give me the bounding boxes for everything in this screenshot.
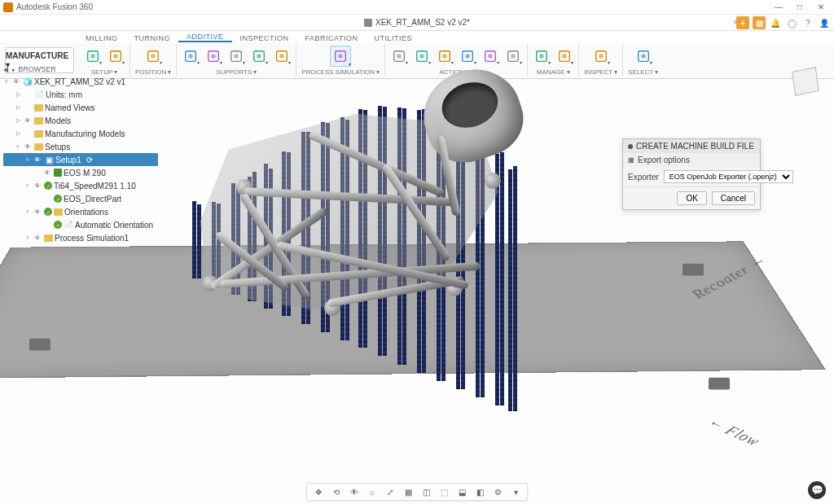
tree-node[interactable]: ▿👁✓Ti64_SpeedM291 1.10: [3, 179, 158, 192]
close-button[interactable]: ✕: [811, 2, 831, 13]
ribbon-button[interactable]: ▾: [436, 47, 454, 65]
browser-collapse-icon[interactable]: ◀: [3, 66, 8, 73]
tree-node[interactable]: ▿👁✓Orientations: [3, 205, 158, 218]
data-panel-button[interactable]: ▦: [753, 16, 766, 29]
nav-tool-button[interactable]: ⤢: [384, 485, 397, 498]
comments-button[interactable]: 💬: [808, 481, 826, 499]
node-label: Process Simulation1: [55, 234, 129, 243]
ribbon-button[interactable]: ▾: [390, 47, 408, 65]
nav-tool-button[interactable]: ⬓: [455, 485, 468, 498]
ribbon-button[interactable]: ▾: [634, 47, 652, 65]
nav-tool-button[interactable]: ◧: [473, 485, 486, 498]
workspace-tab-additive[interactable]: ADDITIVE: [178, 33, 232, 42]
ribbon-button[interactable]: ▾: [504, 47, 522, 65]
visibility-icon[interactable]: 👁: [23, 142, 33, 151]
ribbon-button[interactable]: ▾: [330, 46, 351, 67]
folder-icon: [34, 117, 43, 125]
ribbon-button[interactable]: ▾: [204, 47, 222, 65]
folder-icon: [34, 104, 43, 112]
app-logo-icon: [3, 2, 13, 12]
tree-node[interactable]: ▿👁▣Setup1⟳: [3, 153, 158, 166]
ribbon-group: ▾POSITION ▾: [130, 44, 177, 77]
minimize-button[interactable]: —: [769, 2, 788, 13]
visibility-icon[interactable]: 👁: [42, 168, 52, 177]
ribbon-button[interactable]: ▾: [555, 47, 573, 65]
help-icon[interactable]: ?: [801, 16, 814, 29]
user-account-icon[interactable]: 👤: [818, 16, 831, 29]
browser-root[interactable]: ▿ 👁 🧊 XEK_RT_AMM_S2 v2 v1: [3, 75, 158, 88]
tree-node[interactable]: ▿👁Setups: [3, 140, 158, 153]
visibility-icon[interactable]: 👁: [33, 233, 42, 243]
visibility-icon[interactable]: 👁: [33, 155, 42, 164]
am-part[interactable]: [187, 81, 513, 309]
nav-tool-button[interactable]: ◫: [419, 485, 432, 498]
tree-node[interactable]: ▿👁Process Simulation1: [3, 231, 158, 244]
svg-point-27: [489, 54, 493, 58]
node-label: Named Views: [45, 103, 95, 112]
new-tab-button[interactable]: +: [736, 16, 749, 29]
node-label: Automatic Orientation: [75, 221, 153, 230]
ribbon-button[interactable]: ▾: [413, 47, 431, 65]
ribbon-group: ▾SELECT ▾: [623, 44, 663, 77]
ribbon-group-label: SUPPORTS ▾: [216, 68, 257, 77]
ribbon-button[interactable]: ▾: [227, 47, 245, 65]
ribbon-button[interactable]: ▾: [273, 47, 291, 65]
visibility-icon[interactable]: 👁: [23, 116, 33, 125]
nav-tool-button[interactable]: ✥: [312, 485, 325, 498]
ribbon-button[interactable]: ▾: [144, 47, 162, 65]
workspace-tab-utilities[interactable]: UTILITIES: [366, 34, 420, 42]
extensions-icon[interactable]: ◯: [785, 16, 798, 29]
node-label: Setups: [45, 142, 70, 151]
tree-node[interactable]: 👁EOS M 290: [3, 166, 158, 179]
ribbon-button[interactable]: ▾: [481, 47, 499, 65]
tree-node[interactable]: ✓EOS_DirectPart: [3, 192, 158, 205]
tree-node[interactable]: ▷📄Units: mm: [3, 88, 158, 101]
document-tabs: XEK_RT_AMM_S2 v2 v2* × + ▦ 🔔 ◯ ? 👤: [0, 15, 834, 31]
export-options-section[interactable]: ▦ Export options: [623, 153, 760, 167]
ribbon-button[interactable]: ▾: [250, 47, 268, 65]
ribbon-button[interactable]: ▾: [533, 47, 551, 65]
workspace-tab-inspection[interactable]: INSPECTION: [232, 34, 297, 42]
node-label: Orientations: [64, 208, 108, 217]
ribbon-button[interactable]: ▾: [459, 47, 476, 65]
tree-node[interactable]: ▷Manufacturing Models: [3, 127, 158, 140]
create-build-file-dialog: CREATE MACHINE BUILD FILE ▦ Export optio…: [622, 138, 761, 210]
ok-button[interactable]: OK: [677, 191, 706, 205]
notifications-icon[interactable]: 🔔: [769, 16, 782, 29]
maximize-button[interactable]: □: [790, 2, 810, 13]
visibility-icon[interactable]: 👁: [33, 207, 42, 217]
cancel-button[interactable]: Cancel: [712, 191, 755, 205]
svg-point-19: [397, 54, 402, 58]
workspace-tab-milling[interactable]: MILLING: [77, 34, 126, 42]
dialog-header[interactable]: CREATE MACHINE BUILD FILE: [623, 139, 760, 153]
nav-tool-button[interactable]: ⚙: [491, 485, 504, 498]
section-toggle-icon: ▦: [628, 156, 634, 164]
ribbon-button[interactable]: ▾: [592, 47, 610, 65]
svg-point-29: [511, 54, 516, 58]
ribbon-button[interactable]: ▾: [84, 47, 102, 65]
nav-tool-button[interactable]: 👁: [348, 485, 361, 498]
tree-node[interactable]: ▷👁Models: [3, 114, 158, 127]
status-ok-icon: ✓: [54, 195, 62, 203]
svg-point-31: [540, 54, 544, 58]
document-tab[interactable]: XEK_RT_AMM_S2 v2 v2*: [356, 16, 478, 28]
nav-tool-button[interactable]: ⟲: [330, 485, 343, 498]
ribbon: MANUFACTURE ▾ ▾▾SETUP ▾▾POSITION ▾▾▾▾▾▾S…: [0, 42, 834, 79]
ribbon-button[interactable]: ▾: [182, 47, 200, 65]
nav-tool-button[interactable]: ⬚: [437, 485, 450, 498]
viewcube[interactable]: [793, 69, 826, 102]
nav-tool-button[interactable]: ▦: [402, 485, 415, 498]
exporter-select[interactable]: EOS OpenJob Exporter (.openjz): [664, 170, 793, 183]
workspace-tab-turning[interactable]: TURNING: [126, 34, 179, 42]
nav-tool-button[interactable]: ▾: [509, 485, 522, 498]
tree-node[interactable]: ▷Named Views: [3, 101, 158, 114]
nav-tool-button[interactable]: ⌕: [366, 485, 379, 498]
visibility-icon[interactable]: 👁: [33, 181, 42, 191]
ribbon-button[interactable]: ▾: [107, 47, 125, 65]
app-title: Autodesk Fusion 360: [16, 2, 93, 11]
title-bar: Autodesk Fusion 360 — □ ✕: [0, 0, 834, 15]
workspace-tab-fabrication[interactable]: FABRICATION: [297, 34, 367, 42]
node-refresh-icon[interactable]: ⟳: [86, 156, 93, 164]
tree-node[interactable]: ✓📄Automatic Orientation: [3, 218, 158, 231]
browser-header[interactable]: ◀ ● BROWSER: [3, 65, 56, 73]
